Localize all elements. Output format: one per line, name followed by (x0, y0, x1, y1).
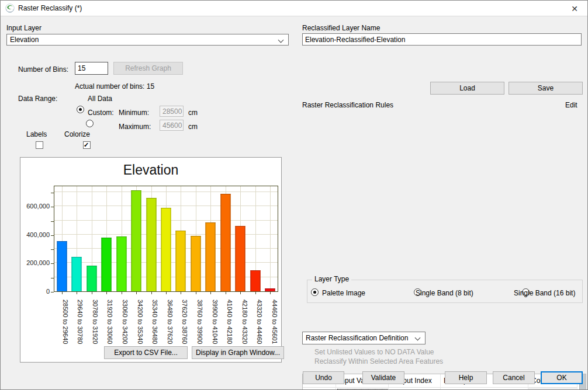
layer-type-label: Layer Type (312, 275, 351, 283)
display-graph-window-button[interactable]: Display in Graph Window... (192, 346, 284, 359)
x-tick (166, 291, 167, 294)
minimum-unit: cm (188, 109, 198, 117)
bar-7 (146, 198, 156, 291)
y-tick (51, 235, 54, 236)
bar-10 (191, 236, 200, 291)
input-layer-value: Elevation (10, 36, 39, 44)
x-axis-label: 29640 to 30780 (69, 296, 84, 347)
layer-type-group: Layer Type Palette Image Single Band (8 … (307, 280, 583, 303)
colorize-checkbox-label: Colorize (64, 130, 90, 138)
bar-slot (84, 186, 99, 291)
x-axis-label: 35340 to 36480 (144, 296, 159, 347)
x-tick (122, 291, 122, 294)
single-band-8-label: Single Band (8 bit) (416, 289, 473, 297)
actual-bins-text: Actual number of bins: 15 (75, 82, 154, 90)
bar-slot (203, 186, 218, 291)
refresh-graph-button[interactable]: Refresh Graph (113, 62, 183, 75)
bar-slot (188, 186, 203, 291)
y-axis-label: 400,000 (20, 231, 50, 238)
minimum-input[interactable]: 28500 (160, 106, 184, 117)
number-of-bins-label: Number of Bins: (18, 65, 68, 74)
bar-5 (116, 236, 126, 291)
x-axis-label: 44460 to 45601 (263, 296, 278, 347)
bar-slot (263, 186, 278, 291)
bar-slot (114, 186, 129, 291)
bar-slot (129, 186, 143, 291)
cancel-button[interactable]: Cancel (493, 371, 535, 384)
y-tick (51, 292, 54, 292)
bar-12 (220, 194, 230, 291)
single-band-16-label: Single Band (16 bit) (514, 289, 575, 297)
bar-slot (99, 186, 113, 291)
bar-11 (206, 222, 216, 291)
bar-slots (54, 186, 278, 291)
x-tick (240, 291, 241, 294)
bar-slot (218, 186, 233, 291)
maximum-input[interactable]: 45600 (160, 120, 184, 131)
x-tick (151, 291, 152, 294)
bar-slot (69, 186, 84, 291)
export-csv-button[interactable]: Export to CSV File... (104, 346, 188, 359)
x-tick (270, 291, 271, 294)
v-gridline (270, 186, 271, 291)
x-axis-label: 28500 to 29640 (54, 296, 69, 347)
palette-image-radio[interactable] (311, 288, 319, 296)
chart-title: Elevation (20, 162, 281, 178)
all-data-label: All Data (88, 95, 112, 103)
bar-slot (54, 186, 69, 291)
y-tick (51, 193, 54, 193)
y-tick (51, 221, 54, 222)
load-button[interactable]: Load (430, 82, 504, 95)
x-tick (136, 291, 137, 294)
x-axis-label: 37620 to 38760 (174, 296, 189, 347)
elevation-histogram-chart: Elevation 0200,000400,000600,000 28500 t… (20, 157, 282, 363)
reclassification-definition-combo[interactable]: Raster Reclassification Definition (302, 332, 426, 344)
x-axis-label: 34200 to 35340 (129, 296, 144, 347)
bar-2 (72, 257, 82, 291)
reclassified-layer-name-label: Reclassified Layer Name (302, 24, 380, 32)
reclassified-layer-name-input[interactable]: Elevation-Reclassified-Elevation (302, 33, 582, 46)
x-axis-label: 38760 to 39900 (188, 296, 203, 347)
input-layer-label: Input Layer (6, 24, 41, 32)
custom-radio[interactable] (86, 120, 94, 127)
rules-label: Raster Reclassification Rules (302, 101, 393, 109)
maximum-label: Maximum: (119, 123, 151, 131)
labels-checkbox[interactable] (36, 141, 43, 149)
labels-checkbox-label: Labels (26, 130, 47, 138)
bar-13 (236, 226, 245, 291)
window-title: Raster Reclassify (*) (18, 4, 82, 12)
input-layer-combo[interactable]: Elevation (6, 34, 289, 46)
table-cell (336, 388, 389, 390)
minimum-label: Minimum: (119, 109, 149, 117)
y-axis-label: 0 (20, 288, 50, 295)
y-tick (51, 249, 54, 250)
y-axis-label: 200,000 (20, 259, 50, 266)
undo-button[interactable]: Undo (303, 371, 344, 384)
table-row[interactable]: 1 (303, 388, 586, 390)
number-of-bins-input[interactable]: 15 (75, 62, 108, 75)
close-icon[interactable]: ✕ (569, 3, 580, 15)
save-button[interactable]: Save (509, 82, 583, 95)
x-tick (196, 291, 196, 294)
validate-button[interactable]: Validate (362, 371, 404, 384)
app-logo-icon (5, 4, 15, 13)
table-cell (389, 388, 441, 390)
all-data-radio[interactable] (77, 106, 84, 113)
x-axis-label: 30780 to 31920 (84, 296, 99, 347)
bar-slot (233, 186, 248, 291)
help-button[interactable]: Help (445, 371, 487, 384)
bar-4 (102, 238, 112, 291)
palette-image-label: Palette Image (322, 289, 365, 297)
table-cell (528, 388, 577, 390)
x-tick (255, 291, 256, 294)
y-tick (51, 207, 54, 207)
colorize-checkbox[interactable] (83, 141, 91, 149)
x-axis-label: 43320 to 44460 (248, 296, 264, 347)
x-tick (226, 291, 226, 294)
x-tick (210, 291, 211, 294)
x-axis-label: 31920 to 33060 (99, 296, 114, 347)
edit-link[interactable]: Edit (565, 101, 577, 109)
x-tick (92, 291, 92, 294)
bar-8 (161, 208, 171, 291)
ok-button[interactable]: OK (541, 371, 583, 384)
